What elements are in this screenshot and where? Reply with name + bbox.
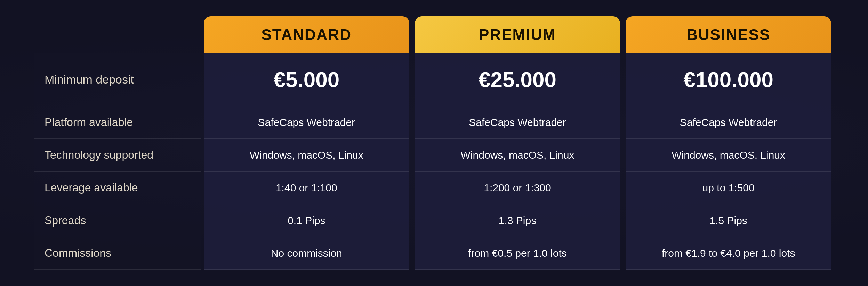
standard-leverage-text: 1:40 or 1:100 xyxy=(276,182,337,194)
value-standard-spreads: 0.1 Pips xyxy=(204,204,409,237)
value-standard-technology: Windows, macOS, Linux xyxy=(204,139,409,172)
pricing-table: STANDARD PREMIUM BUSINESS Minimum deposi… xyxy=(34,16,834,270)
value-standard-minimum-deposit: €5.000 xyxy=(204,53,409,106)
header-empty-cell xyxy=(34,16,201,53)
label-commissions: Commissions xyxy=(34,237,201,270)
value-business-leverage: up to 1:500 xyxy=(626,172,831,204)
value-premium-minimum-deposit: €25.000 xyxy=(415,53,620,106)
value-premium-leverage: 1:200 or 1:300 xyxy=(415,172,620,204)
business-leverage-text: up to 1:500 xyxy=(702,182,755,194)
premium-title: PREMIUM xyxy=(479,26,556,43)
value-business-commissions: from €1.9 to €4.0 per 1.0 lots xyxy=(626,237,831,270)
value-standard-platform: SafeCaps Webtrader xyxy=(204,106,409,139)
label-text-platform-available: Platform available xyxy=(45,116,133,129)
business-platform-text: SafeCaps Webtrader xyxy=(680,117,777,128)
premium-deposit-amount: €25.000 xyxy=(479,67,556,92)
label-platform-available: Platform available xyxy=(34,106,201,139)
standard-technology-text: Windows, macOS, Linux xyxy=(250,149,363,161)
label-text-spreads: Spreads xyxy=(45,214,86,227)
business-commissions-text: from €1.9 to €4.0 per 1.0 lots xyxy=(662,247,795,259)
value-premium-technology: Windows, macOS, Linux xyxy=(415,139,620,172)
business-deposit-amount: €100.000 xyxy=(683,67,773,92)
business-title: BUSINESS xyxy=(686,26,770,43)
pricing-container: STANDARD PREMIUM BUSINESS Minimum deposi… xyxy=(34,16,834,270)
label-spreads: Spreads xyxy=(34,204,201,237)
column-header-standard: STANDARD xyxy=(204,16,409,53)
premium-spreads-text: 1.3 Pips xyxy=(499,215,536,227)
label-text-commissions: Commissions xyxy=(45,247,111,260)
value-business-minimum-deposit: €100.000 xyxy=(626,53,831,106)
standard-spreads-text: 0.1 Pips xyxy=(288,215,325,227)
value-premium-platform: SafeCaps Webtrader xyxy=(415,106,620,139)
value-business-platform: SafeCaps Webtrader xyxy=(626,106,831,139)
standard-deposit-amount: €5.000 xyxy=(274,67,340,92)
value-premium-spreads: 1.3 Pips xyxy=(415,204,620,237)
standard-commissions-text: No commission xyxy=(271,247,342,259)
label-text-minimum-deposit: Minimum deposit xyxy=(45,73,134,86)
business-spreads-text: 1.5 Pips xyxy=(709,215,747,227)
premium-leverage-text: 1:200 or 1:300 xyxy=(484,182,551,194)
column-header-premium: PREMIUM xyxy=(415,16,620,53)
label-leverage-available: Leverage available xyxy=(34,172,201,204)
premium-commissions-text: from €0.5 per 1.0 lots xyxy=(468,247,566,259)
value-standard-commissions: No commission xyxy=(204,237,409,270)
value-standard-leverage: 1:40 or 1:100 xyxy=(204,172,409,204)
label-text-leverage: Leverage available xyxy=(45,181,138,194)
value-premium-commissions: from €0.5 per 1.0 lots xyxy=(415,237,620,270)
value-business-technology: Windows, macOS, Linux xyxy=(626,139,831,172)
label-minimum-deposit: Minimum deposit xyxy=(34,53,201,106)
business-technology-text: Windows, macOS, Linux xyxy=(672,149,785,161)
label-technology-supported: Technology supported xyxy=(34,139,201,172)
label-text-technology: Technology supported xyxy=(45,149,153,161)
standard-title: STANDARD xyxy=(262,26,352,43)
column-header-business: BUSINESS xyxy=(626,16,831,53)
standard-platform-text: SafeCaps Webtrader xyxy=(258,117,355,128)
premium-technology-text: Windows, macOS, Linux xyxy=(461,149,574,161)
value-business-spreads: 1.5 Pips xyxy=(626,204,831,237)
premium-platform-text: SafeCaps Webtrader xyxy=(469,117,566,128)
